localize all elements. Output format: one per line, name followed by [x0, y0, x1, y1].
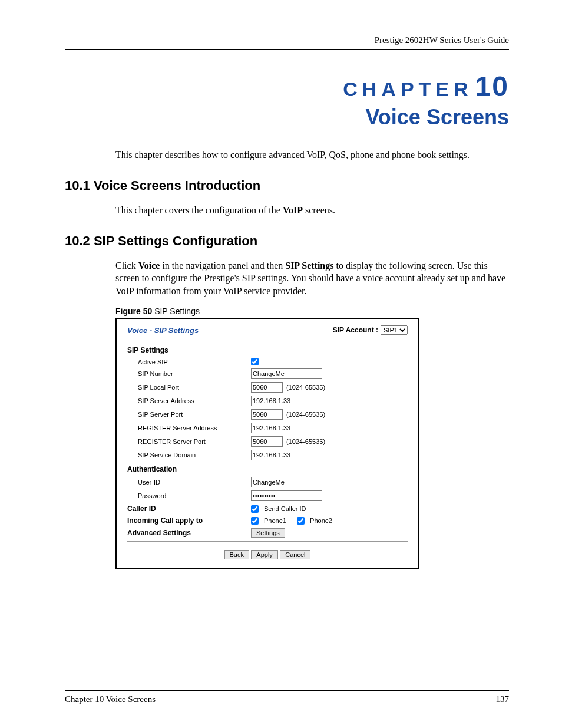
chapter-label: CHAPTER: [343, 78, 472, 100]
row-sip-server-addr: SIP Server Address: [127, 396, 408, 406]
send-caller-id-checkbox[interactable]: [251, 505, 259, 513]
sip-server-addr-input[interactable]: [251, 396, 322, 406]
sip-local-port-hint: (1024-65535): [286, 384, 325, 391]
text-fragment: This chapter covers the configuration of…: [115, 205, 283, 215]
reg-server-port-label: REGISTER Server Port: [127, 438, 251, 445]
phone1-label: Phone1: [264, 517, 286, 524]
text-fragment: in the navigation panel and then: [160, 261, 285, 271]
footer-page-number: 137: [496, 694, 510, 704]
row-sip-service-domain: SIP Service Domain: [127, 450, 408, 460]
text-fragment: Click: [115, 261, 138, 271]
chapter-intro: This chapter describes how to configure …: [115, 150, 509, 160]
row-reg-server-port: REGISTER Server Port (1024-65535): [127, 436, 408, 447]
user-id-input[interactable]: [251, 477, 322, 487]
phone2-label: Phone2: [310, 517, 332, 524]
sip-server-port-input[interactable]: [251, 409, 283, 420]
section-10-1-body: This chapter covers the configuration of…: [115, 204, 509, 217]
row-password: Password: [127, 490, 408, 501]
header-rule: [65, 49, 509, 50]
section-10-2-heading: 10.2 SIP Settings Configuration: [65, 233, 509, 249]
sip-server-port-label: SIP Server Port: [127, 411, 251, 418]
sip-local-port-label: SIP Local Port: [127, 384, 251, 391]
row-sip-local-port: SIP Local Port (1024-65535): [127, 382, 408, 393]
sip-service-domain-input[interactable]: [251, 450, 322, 460]
sip-settings-section-label: SIP Settings: [127, 346, 408, 354]
reg-server-addr-input[interactable]: [251, 423, 322, 433]
chapter-title: Voice Screens: [65, 105, 509, 130]
row-incoming-call: Incoming Call apply to Phone1 Phone2: [127, 516, 408, 525]
caller-id-label: Caller ID: [127, 505, 251, 513]
apply-button[interactable]: Apply: [251, 550, 278, 559]
figure-number: Figure 50: [115, 307, 152, 316]
sip-account-select[interactable]: SIP1: [381, 325, 408, 335]
header-guide-title: Prestige 2602HW Series User's Guide: [65, 35, 509, 45]
back-button[interactable]: Back: [224, 550, 249, 559]
panel-bottom-divider: [127, 541, 408, 542]
sip-account-selector: SIP Account : SIP1: [333, 325, 408, 335]
row-sip-server-port: SIP Server Port (1024-65535): [127, 409, 408, 420]
incoming-call-label: Incoming Call apply to: [127, 516, 251, 525]
text-bold: SIP Settings: [285, 261, 333, 271]
row-advanced-settings: Advanced Settings Settings: [127, 528, 408, 538]
panel-divider: [127, 340, 408, 340]
chapter-block: CHAPTER 10 Voice Screens: [65, 70, 509, 130]
section-10-2-body: Click Voice in the navigation panel and …: [115, 259, 509, 298]
footer-rule: [65, 690, 509, 691]
row-active-sip: Active SIP: [127, 358, 408, 365]
figure-title: SIP Settings: [152, 307, 200, 316]
advanced-settings-button[interactable]: Settings: [251, 528, 285, 538]
password-label: Password: [127, 492, 251, 499]
phone1-checkbox[interactable]: [251, 517, 259, 525]
row-sip-number: SIP Number: [127, 368, 408, 379]
authentication-section-label: Authentication: [127, 465, 408, 473]
footer-chapter: Chapter 10 Voice Screens: [65, 694, 156, 704]
sip-local-port-input[interactable]: [251, 382, 283, 393]
advanced-settings-label: Advanced Settings: [127, 529, 251, 537]
sip-server-port-hint: (1024-65535): [286, 411, 325, 418]
sip-server-addr-label: SIP Server Address: [127, 397, 251, 404]
row-reg-server-addr: REGISTER Server Address: [127, 423, 408, 433]
sip-service-domain-label: SIP Service Domain: [127, 452, 251, 459]
chapter-number: 10: [475, 71, 509, 102]
reg-server-addr-label: REGISTER Server Address: [127, 424, 251, 431]
sip-number-label: SIP Number: [127, 370, 251, 377]
password-input[interactable]: [251, 490, 322, 501]
text-bold: Voice: [138, 261, 160, 271]
reg-server-port-input[interactable]: [251, 436, 283, 447]
panel-title: Voice - SIP Settings: [127, 326, 199, 335]
section-10-1-heading: 10.1 Voice Screens Introduction: [65, 178, 509, 193]
sip-settings-screenshot: Voice - SIP Settings SIP Account : SIP1 …: [115, 318, 419, 569]
figure-caption: Figure 50 SIP Settings: [115, 307, 509, 316]
cancel-button[interactable]: Cancel: [280, 550, 310, 559]
sip-account-label: SIP Account :: [333, 326, 378, 334]
row-user-id: User-ID: [127, 477, 408, 487]
active-sip-checkbox[interactable]: [251, 358, 259, 365]
page-footer: Chapter 10 Voice Screens 137: [65, 690, 509, 704]
bottom-button-row: Back Apply Cancel: [127, 550, 408, 559]
sip-number-input[interactable]: [251, 368, 322, 379]
user-id-label: User-ID: [127, 479, 251, 486]
phone2-checkbox[interactable]: [297, 517, 305, 525]
text-fragment: screens.: [303, 205, 335, 215]
active-sip-label: Active SIP: [127, 358, 251, 365]
reg-server-port-hint: (1024-65535): [286, 438, 325, 445]
row-caller-id: Caller ID Send Caller ID: [127, 505, 408, 513]
send-caller-id-label: Send Caller ID: [264, 505, 306, 512]
text-bold: VoIP: [283, 205, 303, 215]
